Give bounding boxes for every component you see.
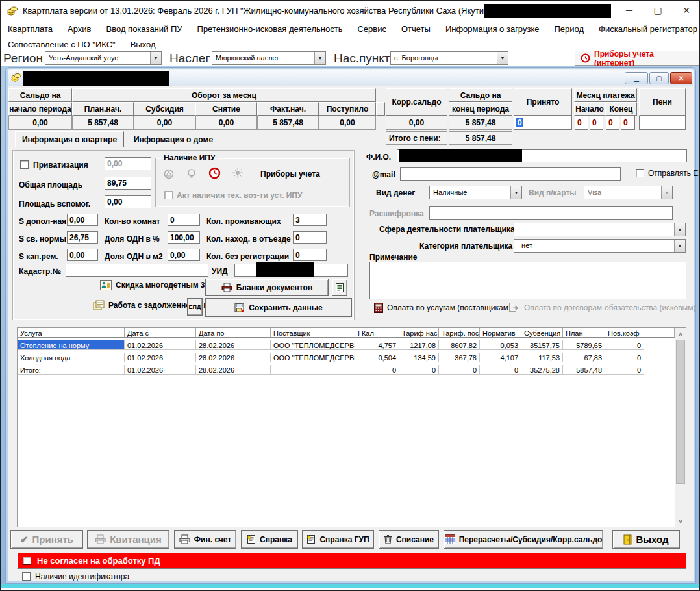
menu-archive[interactable]: Архив <box>68 24 91 34</box>
settlement-select[interactable]: с. Борогонцы ▼ <box>390 51 508 65</box>
spravka-button[interactable]: Справка <box>241 530 298 549</box>
s-norm-input[interactable]: 26,75 <box>67 231 98 244</box>
send-epd-checkbox[interactable] <box>636 169 644 177</box>
col-header-gcal[interactable]: ГКал <box>355 328 399 338</box>
epd-button[interactable]: ЕПД <box>187 298 203 316</box>
scroll-up-icon[interactable]: ∧ <box>675 328 686 339</box>
payer-sphere-select[interactable]: _ ▼ <box>514 223 686 236</box>
cell-tariff-pop[interactable]: 1217,08 <box>399 340 439 350</box>
total-area-input[interactable]: 89,75 <box>105 177 151 190</box>
residents-input[interactable]: 3 <box>293 214 327 226</box>
small-document-button[interactable] <box>332 279 347 296</box>
rooms-input[interactable]: 0 <box>168 214 200 226</box>
cell-plan[interactable]: 67,83 <box>563 353 605 362</box>
noreg-input[interactable]: 0 <box>293 249 327 261</box>
spravka-gup-button[interactable]: Справка ГУП <box>302 530 374 549</box>
cell-tariff-sup[interactable]: 8607,82 <box>439 340 480 350</box>
tab-apartment-info[interactable]: Информация о квартире <box>15 131 124 147</box>
cell-normative[interactable]: 0 <box>480 365 521 375</box>
col-header-date-from[interactable]: Дата с <box>125 328 196 338</box>
cell-coef[interactable]: 0 <box>605 353 644 362</box>
cell-supplier[interactable]: ООО "ТЕПЛОМЕДСЕРВИ <box>271 340 355 350</box>
menu-service[interactable]: Сервис <box>357 24 386 34</box>
col-header-tariff-pop[interactable]: Тариф нас. <box>399 328 439 338</box>
cell-service[interactable]: Холодная вода <box>18 353 125 362</box>
discount-link[interactable]: Скидка многодетным 30% <box>100 280 216 290</box>
table-scrollbar[interactable]: ∧ ∨ <box>675 328 686 527</box>
close-button[interactable]: ✕ <box>672 1 700 20</box>
cell-date-to[interactable]: 28.02.2026 <box>196 353 271 362</box>
s-caprem-input[interactable]: 0,00 <box>67 249 98 261</box>
col-header-normative[interactable]: Норматив <box>480 328 521 338</box>
cell-date-from[interactable]: 01.02.2026 <box>125 340 196 350</box>
money-type-dropdown-icon[interactable]: ▼ <box>510 186 521 199</box>
col-header-service[interactable]: Услуга <box>18 328 125 338</box>
document-blanks-button[interactable]: Бланки документов <box>205 279 329 296</box>
cell-gcal[interactable]: 0,504 <box>355 353 399 362</box>
nasleg-select[interactable]: Мюрюнский наслег ▼ <box>212 51 326 65</box>
settlement-dropdown-icon[interactable]: ▼ <box>497 52 508 64</box>
money-type-select[interactable]: Наличные ▼ <box>429 186 522 199</box>
cell-coef[interactable]: 0 <box>605 365 644 375</box>
pay-by-services-link[interactable]: Оплата по услугам (поставщикам) <box>374 303 511 313</box>
table-row-total[interactable]: Итого: 01.02.2026 28.02.2026 0 0 0 0 352… <box>18 365 644 375</box>
exit-button[interactable]: Выход <box>612 530 680 549</box>
odn-m2-input[interactable]: 0,00 <box>168 249 200 261</box>
odn-percent-input[interactable]: 100,00 <box>168 231 200 244</box>
payer-sphere-dropdown-icon[interactable]: ▼ <box>674 223 685 236</box>
cell-supplier[interactable]: ООО "ТЕПЛОМЕДСЕРВИ <box>271 353 355 362</box>
col-header-tariff-sup[interactable]: Тариф. пост <box>439 328 480 338</box>
menu-reports[interactable]: Отчеты <box>401 24 431 34</box>
col-header-coef[interactable]: Пов.коэф <box>605 328 644 338</box>
save-data-button[interactable]: Сохранить данные <box>205 298 352 317</box>
cell-date-from[interactable]: 01.02.2026 <box>125 365 196 375</box>
cell-date-to[interactable]: 28.02.2026 <box>196 340 271 350</box>
accepted-input[interactable]: 0 <box>514 116 572 130</box>
scroll-down-icon[interactable]: ∨ <box>675 516 686 527</box>
cell-subvention[interactable]: 117,53 <box>521 353 563 362</box>
away-input[interactable]: 0 <box>293 231 327 244</box>
region-dropdown-icon[interactable]: ▼ <box>150 52 161 64</box>
cell-gcal[interactable]: 0 <box>355 365 399 375</box>
table-row[interactable]: Холодная вода 01.02.2026 28.02.2026 ООО … <box>18 353 644 362</box>
cell-date-from[interactable]: 01.02.2026 <box>125 353 196 362</box>
cell-gcal[interactable]: 4,757 <box>355 340 399 350</box>
tab-house-info[interactable]: Информация о доме <box>128 131 219 147</box>
cell-normative[interactable]: 0,053 <box>480 340 521 350</box>
payer-category-select[interactable]: _нет ▼ <box>514 239 686 253</box>
nasleg-dropdown-icon[interactable]: ▼ <box>314 52 325 64</box>
cell-tariff-pop[interactable]: 0 <box>399 365 439 375</box>
identifier-checkbox[interactable] <box>22 572 31 581</box>
writeoff-button[interactable]: Списание <box>379 530 439 549</box>
minimize-button[interactable]: ─ <box>615 1 644 20</box>
cell-service[interactable]: Итого: <box>18 365 125 375</box>
menu-period[interactable]: Период <box>554 24 584 34</box>
cell-service[interactable]: Отопление на норму <box>18 340 125 350</box>
cell-tariff-sup[interactable]: 0 <box>439 365 480 375</box>
col-header-supplier[interactable]: Поставщик <box>271 328 355 338</box>
child-minimize-button[interactable]: ▁ <box>625 72 648 84</box>
recalc-button[interactable]: Перерасчеты/Субсидия/Корр.сальдо <box>444 530 603 549</box>
cell-normative[interactable]: 4,107 <box>480 353 521 362</box>
menu-iks-compare[interactable]: Сопоставление с ПО "ИКС" <box>8 40 116 49</box>
note-textarea[interactable] <box>369 262 686 299</box>
col-header-subvention[interactable]: Субвенция <box>521 328 563 338</box>
table-row[interactable]: Отопление на норму 01.02.2026 28.02.2026… <box>18 340 644 350</box>
privatization-input[interactable]: 0,00 <box>105 157 151 170</box>
cell-coef[interactable]: 0 <box>605 340 644 350</box>
gauge-clock-icon[interactable] <box>208 167 221 179</box>
payer-category-dropdown-icon[interactable]: ▼ <box>674 240 685 252</box>
cell-plan[interactable]: 5789,65 <box>563 340 605 350</box>
region-select[interactable]: Усть-Алданский улус ▼ <box>45 51 162 65</box>
menu-fiscal-registrar[interactable]: Фискальный регистратор <box>599 24 697 34</box>
month-input-3[interactable]: 0 <box>606 116 619 130</box>
peni-input[interactable] <box>639 116 686 130</box>
child-maximize-button[interactable]: ▢ <box>649 72 669 84</box>
menu-load-info[interactable]: Информация о загрузке <box>445 24 540 34</box>
internet-meters-button[interactable]: Приборы учета (интернет) <box>575 51 700 66</box>
fin-account-button[interactable]: Фин. счет <box>174 530 236 549</box>
menu-meter-readings[interactable]: Ввод показаний ПУ <box>106 24 182 34</box>
mail-input[interactable] <box>400 167 621 181</box>
month-input-1[interactable]: 0 <box>575 116 588 130</box>
month-input-4[interactable]: 0 <box>621 116 635 130</box>
